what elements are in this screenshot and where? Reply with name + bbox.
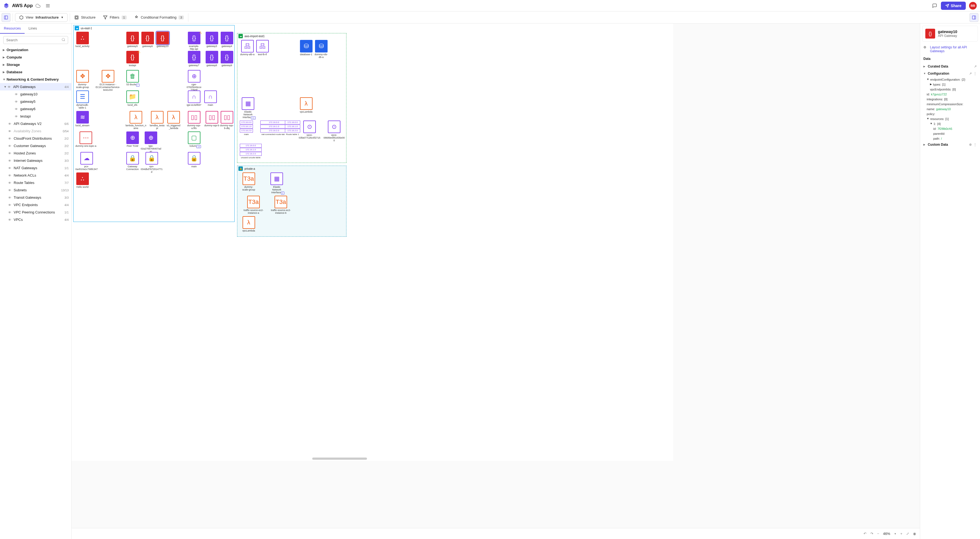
curated-data-row[interactable]: ▶Curated Data↗	[920, 63, 980, 70]
filters-button[interactable]: Filters 1	[99, 13, 130, 22]
tree-item[interactable]: 👁Hosted Zones2/2	[0, 149, 72, 157]
ip-main[interactable]: 172.16.0.0172.16.1.0172.16.2.0 main	[240, 121, 253, 137]
external-link-icon[interactable]: ↗	[969, 72, 972, 75]
tree-compute[interactable]: ▶Compute	[0, 54, 72, 61]
res-vpce1[interactable]: ⊙vpce-03fa677c26c5f2715	[299, 121, 320, 139]
more-icon[interactable]: ⋮	[974, 72, 977, 75]
ip-unused[interactable]: 172.16.0.0172.16.1.0172.16.2.0 unused-ur…	[240, 144, 262, 160]
tree-item[interactable]: 👁API Gateways V26/6	[0, 120, 72, 127]
tree-api-gateways[interactable]: ▼👁API Gateways4/4	[0, 83, 72, 91]
tab-resources[interactable]: Resources	[0, 24, 25, 33]
res-stream[interactable]: ≋lucid_stream	[75, 111, 90, 127]
tree-item[interactable]: 👁Subnets13/13	[0, 186, 72, 194]
res-vpclambda[interactable]: λvpcLambda	[299, 97, 313, 113]
res-lambda[interactable]: λlambda_function_name	[125, 111, 147, 130]
res-vpce2[interactable]: ⊙vpce-08689e6f81835e000	[323, 121, 345, 142]
tab-lines[interactable]: Lines	[25, 24, 41, 33]
res-gateway4[interactable]: {}gateway4	[219, 32, 234, 48]
tree-testapi[interactable]: 👁testapi	[0, 113, 72, 120]
res-sqs-a[interactable]: ▯▯dummy-sqs-a.fifo	[186, 111, 202, 130]
ip-rt1[interactable]: 172.16.0.0172.16.1.0172.16.2.0 Route tab…	[285, 121, 300, 137]
share-button[interactable]: Share	[941, 2, 966, 10]
search-input[interactable]	[3, 36, 68, 44]
accessibility-icon[interactable]: ◉	[913, 532, 916, 536]
tree-item[interactable]: 👁Transit Gateways3/3	[0, 194, 72, 201]
comment-icon[interactable]	[932, 3, 937, 8]
res-hello[interactable]: ⛬Hello world	[75, 172, 90, 189]
tree-gateway10[interactable]: 👁gateway10	[0, 91, 72, 98]
tree-database[interactable]: ▶Database	[0, 68, 72, 76]
res-gateway3[interactable]: {}gateway3	[204, 32, 219, 48]
tree-gateway5[interactable]: 👁gateway5	[0, 98, 72, 105]
res-testapi[interactable]: {}⚠testapi	[125, 51, 140, 67]
layout-settings-link[interactable]: ⚙ Layout settings for all API Gateways	[920, 44, 980, 55]
res-gateway5[interactable]: {}gateway5	[125, 32, 140, 48]
res-eni[interactable]: ▦11Elastic Network Interfaces	[240, 97, 256, 119]
res-dynamodb[interactable]: ☰dynamodb-table-1	[75, 91, 90, 109]
zoom-dropdown-icon[interactable]: ▼	[894, 533, 896, 535]
res-main[interactable]: ∩main	[203, 91, 218, 107]
custom-data-row[interactable]: ▶Custom Data⊕⋮	[920, 141, 980, 148]
external-link-icon[interactable]: ↗	[974, 65, 977, 68]
res-testlb[interactable]: 品test-lb-tf	[255, 40, 270, 56]
res-lambda-test[interactable]: λlamdba_testapi	[150, 111, 165, 130]
res-gateway6[interactable]: {}gateway6	[140, 32, 155, 48]
res-example-http[interactable]: {}⚠example-http-api	[186, 32, 202, 51]
res-dummy-scale[interactable]: ✥dummy-scale-group	[75, 70, 90, 89]
res-igw[interactable]: ∩igw-ec4ef697	[186, 91, 202, 107]
res-gw-conn[interactable]: 🔒Gateway Connection	[125, 152, 140, 171]
tree-item[interactable]: 👁Route Tables7/7	[0, 179, 72, 186]
horizontal-scrollbar[interactable]	[312, 458, 367, 460]
res-db1[interactable]: ⛁database-1	[299, 40, 313, 56]
res-main2[interactable]: 🔒main	[186, 152, 202, 168]
configuration-row[interactable]: ▼Configuration↗⋮	[920, 70, 980, 77]
res-sqs-bdlq[interactable]: ▯▯dummy-sqs-b-dlq	[219, 111, 234, 130]
res-s3[interactable]: 🗑7S3 Buckets	[125, 70, 140, 86]
res-eni2[interactable]: ▦4Elastic Network Interfaces	[269, 172, 285, 194]
tree-item[interactable]: 👁VPC Endpoints4/4	[0, 201, 72, 208]
res-peer-tgw[interactable]: ⊕Peer TGW	[125, 132, 140, 148]
more-icon[interactable]: ⋮	[974, 143, 977, 146]
res-sqs-b[interactable]: ▯▯dummy-sqs-b	[204, 111, 219, 127]
res-vpn[interactable]: 🔒vpn-034dbd7672014771d	[140, 152, 163, 173]
tree-item[interactable]: 👁Network ACLs4/4	[0, 172, 72, 179]
res-sns[interactable]: ⋯dummy-sns-topic-a	[75, 132, 97, 148]
structure-button[interactable]: Structure	[70, 13, 99, 22]
res-s3-trig[interactable]: λs3_triggered_lambda	[166, 111, 181, 130]
tree-item[interactable]: 👁Customer Gateways2/2	[0, 142, 72, 149]
tree-gateway6[interactable]: 👁gateway6	[0, 105, 72, 113]
res-gateway9[interactable]: {}gateway9	[219, 51, 234, 67]
right-panel-toggle[interactable]	[970, 13, 978, 22]
res-gateway8[interactable]: {}gateway8	[204, 51, 219, 67]
res-alb[interactable]: 品dummy-alb-a	[240, 40, 255, 56]
res-gateway7[interactable]: {}gateway7	[186, 51, 202, 67]
res-scale2[interactable]: T3adummy-scale-group	[241, 172, 256, 191]
res-rds[interactable]: ⛁dummy-rds-db-a	[313, 40, 329, 59]
left-panel-toggle[interactable]	[2, 13, 10, 22]
res-gateway10[interactable]: {}gateway10	[155, 32, 170, 48]
res-traffic-b[interactable]: T3atraffic-source-ec2-instance-b	[269, 196, 293, 215]
res-traffic-a[interactable]: T3atraffic-source-ec2-instance-a	[241, 196, 266, 215]
add-icon[interactable]: ⊕	[969, 143, 972, 146]
fit-button[interactable]: ⤢	[906, 532, 909, 536]
view-selector[interactable]: View Infrastructure ▼	[15, 13, 68, 22]
zoom-level[interactable]: 46%	[883, 532, 890, 536]
tree-item[interactable]: 👁VPC Peering Connections1/1	[0, 208, 72, 216]
res-efs[interactable]: 📁lucid_efs	[125, 91, 140, 107]
res-lucid-activity[interactable]: ⛬lucid_activity	[75, 32, 90, 48]
tree-organization[interactable]: ▶Organization	[0, 46, 72, 54]
avatar[interactable]: RR	[969, 2, 977, 10]
zoom-in-button[interactable]: +	[900, 532, 902, 536]
tree-item[interactable]: 👁Availability Zones0/54	[0, 127, 72, 135]
tree-item[interactable]: 👁NAT Gateways1/1	[0, 164, 72, 172]
ip-nat[interactable]: 172.16.0.0172.16.1.0172.16.2.0 nat-conne…	[260, 121, 288, 137]
tree-item[interactable]: 👁CloudFront Distributions2/2	[0, 135, 72, 142]
res-tgw[interactable]: ⊕tgw-02a270b708407adac	[140, 132, 162, 153]
tree-item[interactable]: 👁Internet Gateways3/3	[0, 157, 72, 164]
redo-button[interactable]: ↷	[870, 532, 873, 536]
res-volumes[interactable]: ▢13Volumes	[186, 132, 202, 148]
conditional-formatting-button[interactable]: Conditional Formatting 3	[130, 13, 188, 22]
zoom-out-button[interactable]: −	[877, 532, 880, 536]
res-vpclambda2[interactable]: λvpcLambda	[241, 216, 256, 232]
undo-button[interactable]: ↶	[864, 532, 867, 536]
